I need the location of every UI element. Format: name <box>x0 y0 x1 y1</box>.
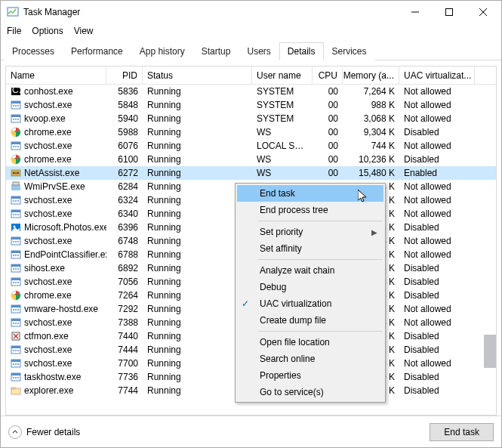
process-uac: Not allowed <box>399 100 475 110</box>
process-uac: Not allowed <box>399 358 475 369</box>
menu-view[interactable]: View <box>74 26 94 36</box>
process-name: explorer.exe <box>24 385 73 396</box>
process-uac: Disabled <box>399 127 475 137</box>
col-name[interactable]: Name <box>6 66 106 84</box>
process-uac: Not allowed <box>399 209 475 219</box>
process-name: svchost.exe <box>24 277 72 287</box>
process-icon <box>11 141 21 151</box>
process-user: WS <box>252 127 313 137</box>
process-icon <box>11 290 21 301</box>
process-pid: 5836 <box>106 86 143 97</box>
process-icon <box>11 209 21 219</box>
column-headers: Name PID Status User name CPU Memory (a.… <box>6 66 496 85</box>
svg-rect-20 <box>11 142 20 144</box>
svg-rect-0 <box>8 8 18 16</box>
svg-point-53 <box>17 255 19 256</box>
tab-details[interactable]: Details <box>279 42 324 60</box>
svg-point-68 <box>13 309 14 311</box>
svg-point-89 <box>13 377 14 378</box>
ctx-analyze-wait-chain[interactable]: Analyze wait chain <box>237 262 383 279</box>
ctx-set-priority[interactable]: Set priority▶ <box>237 224 383 240</box>
tab-app-history[interactable]: App history <box>131 42 193 60</box>
process-cpu: 00 <box>313 168 343 178</box>
menu-file[interactable]: File <box>7 26 21 36</box>
minimize-button[interactable] <box>398 2 432 23</box>
svg-point-15 <box>15 119 17 120</box>
svg-rect-45 <box>11 237 20 239</box>
tab-startup[interactable]: Startup <box>193 42 239 60</box>
ctx-debug[interactable]: Debug <box>237 279 383 295</box>
ctx-go-to-services[interactable]: Go to service(s) <box>237 384 383 400</box>
process-icon <box>11 154 21 165</box>
process-cpu: 00 <box>313 100 343 110</box>
ctx-open-file-location[interactable]: Open file location <box>237 334 383 351</box>
process-cpu: 00 <box>313 127 343 137</box>
svg-point-14 <box>13 119 14 120</box>
svg-rect-33 <box>11 196 20 199</box>
process-pid: 6076 <box>106 141 143 151</box>
close-button[interactable] <box>466 2 500 23</box>
col-mem[interactable]: Memory (a... <box>343 66 399 84</box>
process-user: WS <box>252 168 313 178</box>
ctx-end-task[interactable]: End task <box>237 185 383 202</box>
svg-point-74 <box>15 323 17 324</box>
menu-bar: File Options View <box>1 23 501 39</box>
ctx-properties[interactable]: Properties <box>237 367 383 384</box>
process-cpu: 00 <box>313 113 343 124</box>
col-pid[interactable]: PID <box>106 66 143 84</box>
process-pid: 6272 <box>106 168 143 178</box>
table-row[interactable]: C:\conhost.exe5836RunningSYSTEM007,264 K… <box>6 85 496 98</box>
svg-point-35 <box>15 200 17 202</box>
ctx-end-process-tree[interactable]: End process tree <box>237 202 383 218</box>
process-name: ctfmon.exe <box>24 331 69 341</box>
svg-point-58 <box>17 268 19 270</box>
process-uac: Disabled <box>399 385 475 396</box>
col-user[interactable]: User name <box>252 66 313 84</box>
svg-rect-60 <box>11 278 20 280</box>
svg-point-90 <box>15 377 17 378</box>
process-cpu: 00 <box>313 141 343 151</box>
process-uac: Not allowed <box>399 249 475 260</box>
end-task-button[interactable]: End task <box>430 423 494 441</box>
tab-users[interactable]: Users <box>239 42 279 60</box>
maximize-button[interactable] <box>432 2 466 23</box>
process-memory: 988 K <box>343 100 399 110</box>
ctx-uac-virtualization[interactable]: ✓UAC virtualization <box>237 295 383 312</box>
col-status[interactable]: Status <box>143 66 252 84</box>
table-row[interactable]: chrome.exe5988RunningWS009,304 KDisabled <box>6 125 496 139</box>
process-pid: 7444 <box>106 344 143 355</box>
tab-services[interactable]: Services <box>324 42 375 60</box>
chevron-up-icon <box>8 425 22 439</box>
process-icon <box>11 331 21 341</box>
scrollbar-thumb[interactable] <box>484 335 496 368</box>
app-icon <box>7 6 19 18</box>
tab-processes[interactable]: Processes <box>4 42 63 60</box>
fewer-details-toggle[interactable]: Fewer details <box>8 425 80 439</box>
process-icon <box>11 317 21 328</box>
process-name: taskhostw.exe <box>24 372 81 382</box>
process-uac: Disabled <box>399 277 475 287</box>
menu-options[interactable]: Options <box>32 26 63 36</box>
process-pid: 6100 <box>106 154 143 165</box>
svg-point-47 <box>15 241 17 243</box>
process-status: Running <box>143 154 252 165</box>
table-row[interactable]: svchost.exe5848RunningSYSTEM00988 KNot a… <box>6 98 496 112</box>
svg-rect-93 <box>11 388 15 389</box>
process-pid: 7388 <box>106 317 143 328</box>
process-status: Running <box>143 100 252 110</box>
ctx-create-dump[interactable]: Create dump file <box>237 312 383 329</box>
process-name: EndPointClassifier.exe <box>24 249 106 260</box>
svg-point-86 <box>17 363 19 365</box>
tab-performance[interactable]: Performance <box>63 42 131 60</box>
table-row[interactable]: chrome.exe6100RunningWS0010,236 KDisable… <box>6 153 496 166</box>
table-row[interactable]: NetAssist.exe6272RunningWS0015,480 KEnab… <box>6 166 496 180</box>
ctx-set-affinity[interactable]: Set affinity <box>237 240 383 257</box>
ctx-search-online[interactable]: Search online <box>237 351 383 367</box>
col-cpu[interactable]: CPU <box>313 66 343 84</box>
col-uac[interactable]: UAC virtualizat... <box>399 66 475 84</box>
process-uac: Not allowed <box>399 304 475 314</box>
process-icon <box>11 385 21 396</box>
process-name: chrome.exe <box>24 127 72 137</box>
table-row[interactable]: kvoop.exe5940RunningSYSTEM003,068 KNot a… <box>6 112 496 125</box>
table-row[interactable]: svchost.exe6076RunningLOCAL SE...00744 K… <box>6 139 496 153</box>
